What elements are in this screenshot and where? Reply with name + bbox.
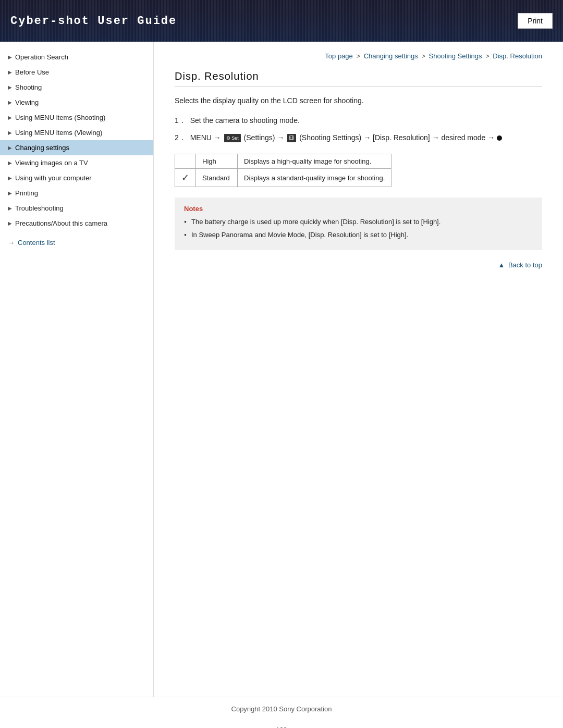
breadcrumb-top[interactable]: Top page xyxy=(325,52,353,60)
sidebar-item-7[interactable]: ▶Viewing images on a TV xyxy=(0,155,153,170)
sidebar-item-8[interactable]: ▶Using with your computer xyxy=(0,170,153,186)
step-1: 1． Set the camera to shooting mode. xyxy=(175,115,542,126)
row-icon-1: ✓ xyxy=(175,169,196,187)
notes-list: The battery charge is used up more quick… xyxy=(184,217,533,241)
app-title: Cyber-shot User Guide xyxy=(10,15,177,28)
note-item-0: The battery charge is used up more quick… xyxy=(184,217,533,228)
breadcrumb-disp-resolution[interactable]: Disp. Resolution xyxy=(493,52,542,60)
sidebar-label-11: Precautions/About this camera xyxy=(15,219,107,227)
sidebar-item-10[interactable]: ▶Troubleshooting xyxy=(0,201,153,216)
back-to-top-label: Back to top xyxy=(508,261,542,269)
row-name-0: High xyxy=(196,154,238,169)
sidebar: ▶Operation Search▶Before Use▶Shooting▶Vi… xyxy=(0,42,154,697)
step-2-num: 2． xyxy=(175,133,186,142)
breadcrumb-sep-2: > xyxy=(421,52,427,60)
sidebar-arrow-icon-5: ▶ xyxy=(8,130,12,135)
row-name-1: Standard xyxy=(196,169,238,187)
breadcrumb-sep-1: > xyxy=(356,52,362,60)
sidebar-label-4: Using MENU items (Shooting) xyxy=(15,114,105,121)
sidebar-item-6[interactable]: ▶Changing settings xyxy=(0,140,153,155)
sidebar-arrow-icon-11: ▶ xyxy=(8,220,12,226)
copyright: Copyright 2010 Sony Corporation xyxy=(231,705,332,713)
page-description: Selects the display quality on the LCD s… xyxy=(175,95,542,106)
contents-link[interactable]: → Contents list xyxy=(0,233,153,252)
sidebar-arrow-icon-9: ▶ xyxy=(8,190,12,196)
table-row-1: ✓StandardDisplays a standard-quality ima… xyxy=(175,169,391,187)
sidebar-label-8: Using with your computer xyxy=(15,174,92,182)
sidebar-label-5: Using MENU items (Viewing) xyxy=(15,129,102,137)
page-title: Disp. Resolution xyxy=(175,70,542,87)
sidebar-item-11[interactable]: ▶Precautions/About this camera xyxy=(0,216,153,231)
step-1-num: 1． xyxy=(175,116,186,125)
sidebar-item-5[interactable]: ▶Using MENU items (Viewing) xyxy=(0,125,153,140)
sidebar-arrow-icon-0: ▶ xyxy=(8,54,12,60)
sidebar-item-3[interactable]: ▶Viewing xyxy=(0,95,153,110)
arrow-right-icon: → xyxy=(8,239,15,246)
sidebar-item-2[interactable]: ▶Shooting xyxy=(0,80,153,95)
row-icon-0 xyxy=(175,154,196,169)
sidebar-arrow-icon-4: ▶ xyxy=(8,115,12,120)
notes-title: Notes xyxy=(184,205,533,213)
sidebar-label-1: Before Use xyxy=(15,68,49,76)
sidebar-arrow-icon-1: ▶ xyxy=(8,69,12,75)
back-to-top-triangle-icon: ▲ xyxy=(498,261,505,269)
sidebar-item-9[interactable]: ▶Printing xyxy=(0,186,153,201)
sidebar-arrow-icon-7: ▶ xyxy=(8,160,12,166)
step-2: 2． MENU → ⚙ Set (Settings) → 🎞 (Shooting… xyxy=(175,132,542,143)
sidebar-label-9: Printing xyxy=(15,189,38,197)
step-1-text: Set the camera to shooting mode. xyxy=(190,116,300,125)
steps: 1． Set the camera to shooting mode. 2． M… xyxy=(175,115,542,143)
sidebar-item-0[interactable]: ▶Operation Search xyxy=(0,50,153,65)
step-2-text: MENU → ⚙ Set (Settings) → 🎞 (Shooting Se… xyxy=(190,133,502,142)
sidebar-arrow-icon-10: ▶ xyxy=(8,205,12,211)
confirm-icon xyxy=(497,135,502,141)
settings-icon: ⚙ Set xyxy=(224,134,241,142)
sidebar-label-0: Operation Search xyxy=(15,53,68,61)
row-desc-1: Displays a standard-quality image for sh… xyxy=(238,169,391,187)
table-row-0: HighDisplays a high-quality image for sh… xyxy=(175,154,391,169)
back-to-top-row: ▲ Back to top xyxy=(175,261,542,269)
sidebar-label-10: Troubleshooting xyxy=(15,204,64,212)
breadcrumb: Top page > Changing settings > Shooting … xyxy=(175,52,542,60)
sidebar-label-2: Shooting xyxy=(15,83,42,91)
sidebar-label-3: Viewing xyxy=(15,98,39,106)
contents-link-label: Contents list xyxy=(18,239,55,246)
sidebar-arrow-icon-6: ▶ xyxy=(8,145,12,151)
breadcrumb-sep-3: > xyxy=(485,52,491,60)
footer: Copyright 2010 Sony Corporation xyxy=(0,697,563,721)
notes-box: Notes The battery charge is used up more… xyxy=(175,198,542,250)
back-to-top-link[interactable]: ▲ Back to top xyxy=(498,261,542,269)
print-button[interactable]: Print xyxy=(518,13,553,29)
sidebar-label-7: Viewing images on a TV xyxy=(15,159,88,167)
sidebar-arrow-icon-2: ▶ xyxy=(8,84,12,90)
sidebar-label-6: Changing settings xyxy=(15,144,69,152)
breadcrumb-shooting-settings[interactable]: Shooting Settings xyxy=(429,52,482,60)
page-layout: ▶Operation Search▶Before Use▶Shooting▶Vi… xyxy=(0,42,563,697)
sidebar-arrow-icon-8: ▶ xyxy=(8,175,12,181)
row-desc-0: Displays a high-quality image for shooti… xyxy=(238,154,391,169)
sidebar-arrow-icon-3: ▶ xyxy=(8,100,12,105)
resolution-table: HighDisplays a high-quality image for sh… xyxy=(175,154,391,187)
header: Cyber-shot User Guide Print xyxy=(0,0,563,42)
page-number: 123 xyxy=(0,721,563,728)
sidebar-item-4[interactable]: ▶Using MENU items (Shooting) xyxy=(0,110,153,125)
breadcrumb-changing-settings[interactable]: Changing settings xyxy=(364,52,418,60)
main-content: Top page > Changing settings > Shooting … xyxy=(154,42,563,697)
shooting-settings-icon: 🎞 xyxy=(287,134,296,142)
note-item-1: In Sweep Panorama and Movie Mode, [Disp.… xyxy=(184,230,533,241)
sidebar-item-1[interactable]: ▶Before Use xyxy=(0,65,153,80)
